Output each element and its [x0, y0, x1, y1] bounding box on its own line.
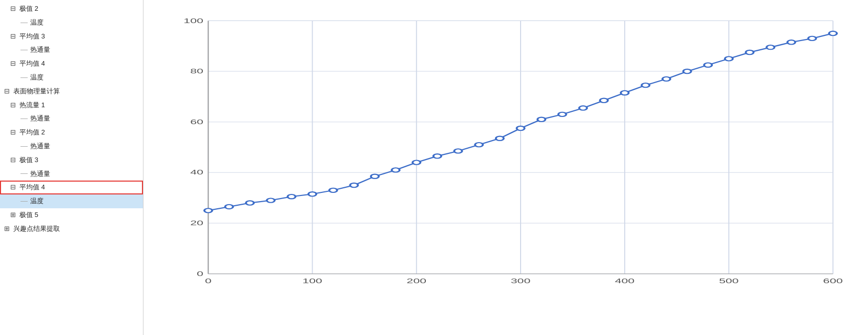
svg-point-37	[371, 174, 379, 179]
collapse-icon[interactable]: ⊟	[10, 31, 17, 42]
svg-point-40	[433, 154, 441, 158]
svg-point-32	[267, 198, 275, 202]
expand-icon[interactable]: ⊞	[4, 224, 11, 234]
svg-point-51	[663, 77, 670, 81]
svg-text:40: 40	[190, 169, 203, 176]
svg-point-43	[496, 136, 504, 141]
sidebar-item-label: 平均值 3	[19, 31, 45, 42]
svg-point-29	[204, 208, 212, 212]
sidebar-child-label: 热通量	[30, 141, 50, 152]
svg-point-50	[642, 83, 649, 87]
sidebar-item-pingjunzhi2[interactable]: ⊟平均值 2	[0, 126, 143, 140]
svg-point-34	[308, 192, 316, 196]
svg-point-41	[454, 149, 462, 153]
sidebar-item-label: 平均值 4	[19, 58, 45, 69]
sidebar-child-label: 温度	[30, 17, 44, 28]
svg-point-57	[788, 40, 795, 44]
sidebar-item-label: 表面物理量计算	[13, 86, 60, 97]
svg-point-49	[621, 91, 629, 95]
sidebar-item-label: 极值 3	[19, 155, 38, 166]
sidebar-item-label: 极值 2	[19, 4, 38, 14]
svg-point-44	[516, 126, 524, 130]
tree-connector	[20, 201, 28, 202]
sidebar-item-pingjunzhi4b[interactable]: ⊟平均值 4	[0, 181, 143, 194]
sidebar-item-pingjunzhi2-retong[interactable]: 热通量	[0, 140, 143, 153]
svg-point-36	[350, 183, 358, 187]
chart-area: 0204060801000100200300400500600	[143, 0, 868, 335]
collapse-icon[interactable]: ⊟	[4, 86, 11, 97]
collapse-icon[interactable]: ⊟	[10, 58, 17, 69]
svg-text:200: 200	[407, 278, 426, 285]
sidebar-item-jizhi2[interactable]: ⊟极值 2	[0, 2, 143, 16]
tree-connector	[20, 50, 28, 50]
svg-point-39	[412, 160, 420, 164]
tree-connector	[20, 119, 28, 119]
sidebar-item-label: 兴趣点结果提取	[13, 224, 60, 234]
svg-point-33	[287, 194, 295, 199]
sidebar-item-reliuliang1[interactable]: ⊟热流量 1	[0, 98, 143, 112]
sidebar-item-pingjunzhi4b-wendu[interactable]: 温度	[0, 194, 143, 208]
sidebar-item-xingqudian[interactable]: ⊞兴趣点结果提取	[0, 222, 143, 236]
sidebar-child-label: 热通量	[30, 113, 50, 124]
svg-text:300: 300	[511, 278, 530, 285]
collapse-icon[interactable]: ⊟	[10, 100, 17, 111]
svg-point-31	[246, 201, 254, 205]
svg-text:80: 80	[190, 68, 203, 75]
sidebar-item-label: 热流量 1	[19, 100, 45, 111]
svg-point-46	[559, 112, 566, 116]
svg-point-30	[225, 205, 233, 209]
sidebar-item-pingjunzhi4[interactable]: ⊟平均值 4	[0, 57, 143, 71]
svg-text:0: 0	[197, 270, 203, 277]
svg-point-42	[475, 143, 483, 147]
svg-text:600: 600	[823, 278, 842, 285]
chart-container: 0204060801000100200300400500600	[149, 5, 858, 303]
svg-point-52	[683, 69, 691, 73]
svg-text:60: 60	[190, 118, 203, 125]
svg-point-47	[579, 106, 587, 110]
svg-point-48	[600, 98, 608, 103]
svg-text:20: 20	[190, 220, 203, 227]
sidebar-item-label: 平均值 2	[19, 127, 45, 138]
sidebar-child-label: 温度	[30, 72, 44, 83]
svg-point-38	[391, 168, 399, 172]
tree-connector	[20, 173, 28, 174]
sidebar-item-pingjunzhi3[interactable]: ⊟平均值 3	[0, 30, 143, 44]
sidebar-child-label: 温度	[30, 196, 44, 207]
expand-icon[interactable]: ⊞	[10, 210, 17, 221]
svg-point-54	[725, 56, 733, 61]
sidebar-child-label: 热通量	[30, 169, 50, 180]
svg-point-53	[704, 63, 712, 67]
tree-connector	[20, 77, 28, 78]
tree-connector	[20, 23, 28, 23]
sidebar-item-reliuliang1-retong[interactable]: 热通量	[0, 112, 143, 126]
svg-text:100: 100	[183, 17, 203, 24]
sidebar-item-jizhi3[interactable]: ⊟极值 3	[0, 153, 143, 167]
chart-svg: 0204060801000100200300400500600	[164, 15, 853, 292]
svg-point-59	[829, 31, 837, 35]
svg-point-45	[538, 117, 545, 122]
svg-point-55	[746, 50, 753, 54]
sidebar-item-pingjunzhi4-wendu[interactable]: 温度	[0, 71, 143, 85]
sidebar-item-label: 平均值 4	[19, 182, 45, 193]
sidebar-item-jizhi2-wendu[interactable]: 温度	[0, 16, 143, 30]
collapse-icon[interactable]: ⊟	[10, 155, 17, 166]
sidebar-item-jizhi3-retong[interactable]: 热通量	[0, 167, 143, 181]
sidebar-item-jizhi5[interactable]: ⊞极值 5	[0, 208, 143, 222]
sidebar-child-label: 热通量	[30, 45, 50, 55]
svg-point-35	[329, 188, 337, 192]
svg-text:100: 100	[302, 278, 322, 285]
sidebar: ⊟极值 2温度⊟平均值 3热通量⊟平均值 4温度⊟表面物理量计算⊟热流量 1热通…	[0, 0, 143, 335]
svg-text:400: 400	[615, 278, 634, 285]
svg-point-58	[808, 36, 816, 41]
tree-connector	[20, 146, 28, 147]
collapse-icon[interactable]: ⊟	[10, 127, 17, 138]
svg-point-56	[767, 45, 774, 49]
svg-text:500: 500	[719, 278, 738, 285]
collapse-icon[interactable]: ⊟	[10, 182, 17, 193]
sidebar-item-biaomian[interactable]: ⊟表面物理量计算	[0, 85, 143, 98]
collapse-icon[interactable]: ⊟	[10, 4, 17, 14]
sidebar-item-label: 极值 5	[19, 210, 38, 221]
sidebar-item-pingjunzhi3-retong[interactable]: 热通量	[0, 43, 143, 57]
svg-text:0: 0	[205, 278, 212, 285]
